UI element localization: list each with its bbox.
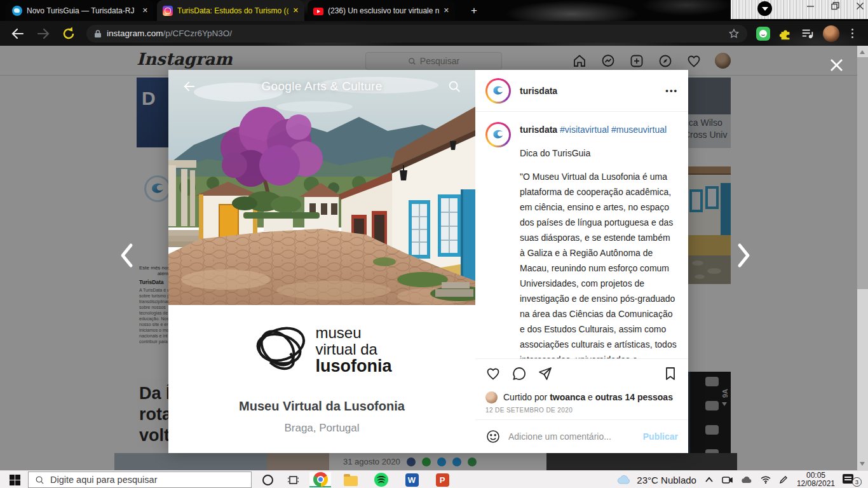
meet-now-icon[interactable] — [722, 476, 733, 484]
tab-close-icon[interactable]: ✕ — [293, 6, 299, 15]
comment-icon[interactable] — [512, 366, 527, 381]
tab-title: (236) Un esclusivo tour virtuale n — [328, 6, 439, 15]
close-window-icon[interactable] — [856, 2, 864, 10]
more-options-icon[interactable]: ••• — [665, 86, 678, 95]
likes-row[interactable]: Curtido por twoanca e outras 14 pessoas — [475, 388, 688, 407]
tab-close-icon[interactable]: ✕ — [142, 6, 148, 15]
museu-lusofonia-logo-text: museu virtual da lusofonia — [316, 325, 392, 374]
browser-toolbar: instagram.com/p/CFCzr6YpN3O/ — [0, 21, 868, 46]
post-author-username[interactable]: turisdata — [520, 86, 557, 96]
liker-avatar[interactable] — [485, 391, 498, 403]
next-post-arrow[interactable] — [735, 241, 754, 269]
post-author-avatar[interactable] — [485, 78, 511, 104]
museum-location: Braga, Portugal — [168, 422, 475, 435]
media-controls-button[interactable] — [757, 1, 772, 16]
caption-hashtags[interactable]: #visitavirtual #museuvirtual — [560, 125, 667, 135]
other-likers: outras 14 pessoas — [595, 392, 673, 402]
taskbar-explorer-icon[interactable] — [340, 472, 362, 487]
browser-tab-youtube[interactable]: (236) Un esclusivo tour virtuale n ✕ — [308, 0, 455, 21]
instagram-favicon — [163, 6, 173, 16]
browser-tab-instagram-active[interactable]: TurisData: Estudos do Turismo (@ ✕ — [157, 0, 304, 21]
share-icon[interactable] — [538, 366, 553, 381]
windows-taskbar: W P 23°C Nublado 00:05 12/08/2021 3 — [0, 470, 868, 488]
extensions-puzzle-icon[interactable] — [778, 27, 792, 41]
taskbar-search-box[interactable] — [28, 471, 252, 488]
post-timestamp: 12 DE SETEMBRO DE 2020 — [475, 407, 688, 419]
browser-tab-turisguia[interactable]: Novo TurisGuia — Turisdata-RJ ✕ — [6, 0, 154, 21]
weather-condition[interactable]: Nublado — [661, 475, 696, 485]
minimize-icon[interactable] — [806, 2, 815, 10]
new-tab-button[interactable]: + — [468, 4, 480, 17]
scroll-down-arrow[interactable] — [860, 462, 865, 466]
weather-cloud-icon[interactable] — [617, 475, 632, 485]
save-bookmark-icon[interactable] — [663, 366, 678, 381]
hidden-icons-chevron[interactable] — [705, 477, 714, 483]
search-icon[interactable] — [447, 79, 461, 93]
notification-center-icon[interactable]: 3 — [843, 473, 862, 487]
pen-icon[interactable] — [779, 475, 788, 484]
cortana-button[interactable] — [257, 472, 278, 487]
museum-info-panel: museu virtual da lusofonia Museu Virtual… — [168, 305, 475, 453]
task-view-button[interactable] — [282, 472, 304, 487]
clock[interactable]: 00:05 12/08/2021 — [797, 471, 835, 488]
taskbar-search-input[interactable] — [50, 475, 245, 485]
museum-title: Museu Virtual da Lusofonia — [168, 399, 475, 414]
liker-username: twoanca — [550, 392, 585, 402]
notification-badge: 3 — [852, 477, 862, 487]
media-list-icon[interactable] — [801, 27, 815, 41]
taskbar-spotify-icon[interactable] — [370, 472, 392, 487]
post-media[interactable]: Google Arts & Culture — [168, 70, 475, 453]
start-button[interactable] — [5, 473, 24, 487]
instagram-post-modal: Google Arts & Culture — [168, 70, 688, 453]
close-modal-button[interactable] — [828, 57, 845, 74]
page-scrollbar[interactable] — [857, 46, 868, 470]
url-text: instagram.com/p/CFCzr6YpN3O/ — [107, 29, 232, 38]
comment-input[interactable] — [508, 431, 635, 442]
caption-intro: Dica do TurisGuia — [520, 146, 677, 161]
caption-body: "O Museu Virtual da Lusofonia é uma plat… — [520, 169, 677, 358]
caption-username[interactable]: turisdata — [520, 125, 557, 135]
scrollbar-thumb[interactable] — [857, 57, 868, 289]
google-arts-culture-bar: Google Arts & Culture — [168, 70, 475, 103]
bookmark-star-icon[interactable] — [728, 28, 740, 39]
chrome-profile-avatar[interactable] — [823, 25, 839, 42]
browser-tab-strip: Novo TurisGuia — Turisdata-RJ ✕ TurisDat… — [0, 0, 868, 21]
instagram-page: Instagram Pesquisar D Este mês nosso — [0, 46, 868, 470]
back-button[interactable] — [10, 26, 25, 41]
caption-author-avatar[interactable] — [485, 122, 511, 147]
screen: Novo TurisGuia — Turisdata-RJ ✕ TurisDat… — [0, 0, 868, 488]
app-bar-title: Google Arts & Culture — [168, 79, 475, 93]
tab-title: TurisData: Estudos do Turismo (@ — [177, 6, 288, 15]
publish-button[interactable]: Publicar — [643, 431, 678, 442]
museu-lusofonia-logo-icon — [252, 320, 311, 379]
window-frame — [731, 0, 868, 19]
like-heart-icon[interactable] — [485, 366, 501, 381]
weather-temperature[interactable]: 23°C — [637, 475, 658, 485]
address-bar[interactable]: instagram.com/p/CFCzr6YpN3O/ — [86, 25, 747, 43]
previous-post-arrow[interactable] — [117, 241, 136, 269]
taskbar-chrome-icon[interactable] — [309, 472, 331, 487]
search-icon — [35, 475, 44, 485]
tab-title: Novo TurisGuia — Turisdata-RJ — [27, 6, 138, 15]
bitmoji-extension-icon[interactable] — [756, 27, 770, 41]
emoji-icon[interactable] — [485, 429, 501, 444]
youtube-favicon — [313, 8, 323, 15]
wifi-icon[interactable] — [761, 476, 771, 484]
onedrive-cloud-icon[interactable] — [741, 476, 752, 484]
taskbar-powerpoint-icon[interactable]: P — [431, 472, 453, 487]
chrome-menu-icon[interactable] — [850, 27, 855, 39]
add-comment-row: Publicar — [475, 419, 688, 453]
turisguia-favicon — [12, 6, 22, 16]
reload-button[interactable] — [61, 26, 76, 41]
forward-button[interactable] — [36, 26, 51, 41]
restore-icon[interactable] — [831, 2, 839, 10]
post-detail-panel: turisdata ••• turisdata #visitavirtual #… — [475, 70, 688, 453]
post-caption-area[interactable]: turisdata #visitavirtual #museuvirtual D… — [475, 112, 688, 358]
lock-icon — [94, 29, 102, 38]
taskbar-word-icon[interactable]: W — [401, 472, 423, 487]
tab-close-icon[interactable]: ✕ — [444, 6, 449, 15]
post-photo-tiradentes-street — [168, 70, 475, 305]
scroll-up-arrow[interactable] — [860, 50, 865, 54]
